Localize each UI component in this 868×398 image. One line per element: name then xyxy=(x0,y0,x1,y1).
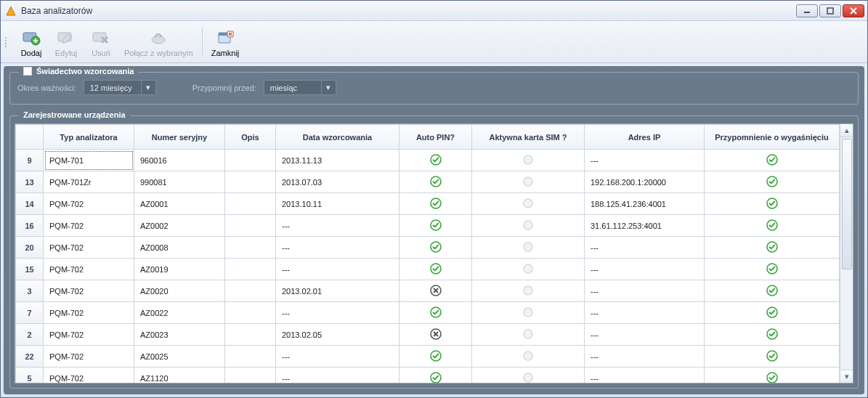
cell-date[interactable]: 2013.10.11 xyxy=(276,193,399,215)
cell-reminder[interactable] xyxy=(705,280,840,302)
cell-ip[interactable]: --- xyxy=(585,150,705,171)
cell-auto-pin[interactable] xyxy=(399,193,472,215)
col-pin[interactable]: Auto PIN? xyxy=(399,125,472,150)
cell-sim[interactable] xyxy=(472,259,585,280)
table-row[interactable]: 20PQM-702AZ0008------ xyxy=(16,237,840,259)
validity-select[interactable]: 12 miesięcy ▾ xyxy=(84,80,156,95)
cell-ip[interactable]: 31.61.112.253:4001 xyxy=(585,215,705,237)
close-window-button[interactable] xyxy=(843,4,864,17)
cell-auto-pin[interactable] xyxy=(399,150,472,171)
cell-auto-pin[interactable] xyxy=(399,346,472,367)
col-type[interactable]: Typ analizatora xyxy=(44,125,134,150)
connect-button[interactable]: Połącz z wybranym xyxy=(118,23,199,61)
cell-auto-pin[interactable] xyxy=(399,237,472,259)
cell-desc[interactable] xyxy=(225,324,276,346)
cell-reminder[interactable] xyxy=(705,193,840,215)
cell-type[interactable]: PQM-701 xyxy=(44,150,134,171)
cell-date[interactable]: 2013.11.13 xyxy=(276,150,399,171)
cell-type[interactable]: PQM-702 xyxy=(44,324,134,346)
table-row[interactable]: 22PQM-702AZ0025------ xyxy=(16,346,840,367)
cell-type[interactable]: PQM-702 xyxy=(44,280,134,302)
cell-desc[interactable] xyxy=(225,215,276,237)
devices-table[interactable]: Typ analizatora Numer seryjny Opis Data … xyxy=(15,124,840,383)
scroll-thumb[interactable] xyxy=(842,139,852,269)
cell-sim[interactable] xyxy=(472,150,585,171)
col-serial[interactable]: Numer seryjny xyxy=(134,125,225,150)
cell-reminder[interactable] xyxy=(705,215,840,237)
cell-reminder[interactable] xyxy=(705,237,840,259)
table-row[interactable]: 13PQM-701Zr9900812013.07.03192.168.200.1… xyxy=(16,171,840,193)
cell-type[interactable]: PQM-702 xyxy=(44,367,134,383)
cell-sim[interactable] xyxy=(472,346,585,367)
cell-reminder[interactable] xyxy=(705,324,840,346)
cell-reminder[interactable] xyxy=(705,367,840,383)
cell-reminder[interactable] xyxy=(705,302,840,324)
cell-ip[interactable]: --- xyxy=(585,237,705,259)
cell-serial[interactable]: AZ0022 xyxy=(134,302,225,324)
cell-sim[interactable] xyxy=(472,280,585,302)
vertical-scrollbar[interactable]: ▴ ▾ xyxy=(840,124,853,383)
cell-auto-pin[interactable] xyxy=(399,324,472,346)
calibration-enable-checkbox[interactable] xyxy=(23,67,32,76)
cell-sim[interactable] xyxy=(472,302,585,324)
cell-serial[interactable]: AZ0002 xyxy=(134,215,225,237)
cell-ip[interactable]: --- xyxy=(585,346,705,367)
delete-button[interactable]: Usuń xyxy=(84,23,118,61)
cell-desc[interactable] xyxy=(225,280,276,302)
cell-date[interactable]: 2013.02.05 xyxy=(276,324,399,346)
cell-sim[interactable] xyxy=(472,193,585,215)
col-desc[interactable]: Opis xyxy=(225,125,276,150)
cell-desc[interactable] xyxy=(225,150,276,171)
cell-desc[interactable] xyxy=(225,259,276,280)
cell-auto-pin[interactable] xyxy=(399,171,472,193)
cell-desc[interactable] xyxy=(225,302,276,324)
cell-auto-pin[interactable] xyxy=(399,215,472,237)
cell-sim[interactable] xyxy=(472,324,585,346)
cell-ip[interactable]: --- xyxy=(585,280,705,302)
col-ip[interactable]: Adres IP xyxy=(585,125,705,150)
cell-ip[interactable]: --- xyxy=(585,367,705,383)
cell-serial[interactable]: AZ0023 xyxy=(134,324,225,346)
cell-serial[interactable]: 960016 xyxy=(134,150,225,171)
remind-select[interactable]: miesiąc ▾ xyxy=(264,80,336,95)
cell-sim[interactable] xyxy=(472,237,585,259)
cell-auto-pin[interactable] xyxy=(399,280,472,302)
table-row[interactable]: 14PQM-702AZ00012013.10.11188.125.41.236:… xyxy=(16,193,840,215)
cell-type[interactable]: PQM-702 xyxy=(44,302,134,324)
cell-sim[interactable] xyxy=(472,215,585,237)
table-row[interactable]: 9PQM-7019600162013.11.13--- xyxy=(16,150,840,171)
cell-date[interactable]: 2013.07.03 xyxy=(276,171,399,193)
cell-ip[interactable]: --- xyxy=(585,324,705,346)
table-row[interactable]: 16PQM-702AZ0002---31.61.112.253:4001 xyxy=(16,215,840,237)
col-sim[interactable]: Aktywna karta SIM ? xyxy=(472,125,585,150)
cell-ip[interactable]: 188.125.41.236:4001 xyxy=(585,193,705,215)
cell-ip[interactable]: 192.168.200.1:20000 xyxy=(585,171,705,193)
cell-type[interactable]: PQM-702 xyxy=(44,193,134,215)
cell-type[interactable]: PQM-702 xyxy=(44,259,134,280)
cell-date[interactable]: --- xyxy=(276,237,399,259)
cell-serial[interactable]: AZ0025 xyxy=(134,346,225,367)
cell-reminder[interactable] xyxy=(705,171,840,193)
col-date[interactable]: Data wzorcowania xyxy=(276,125,399,150)
table-row[interactable]: 15PQM-702AZ0019------ xyxy=(16,259,840,280)
cell-serial[interactable]: AZ0020 xyxy=(134,280,225,302)
cell-date[interactable]: --- xyxy=(276,346,399,367)
cell-desc[interactable] xyxy=(225,237,276,259)
cell-serial[interactable]: AZ0019 xyxy=(134,259,225,280)
cell-date[interactable]: --- xyxy=(276,215,399,237)
cell-date[interactable]: 2013.02.01 xyxy=(276,280,399,302)
cell-desc[interactable] xyxy=(225,193,276,215)
cell-ip[interactable]: --- xyxy=(585,302,705,324)
scroll-down-button[interactable]: ▾ xyxy=(840,370,853,383)
cell-serial[interactable]: AZ0008 xyxy=(134,237,225,259)
cell-auto-pin[interactable] xyxy=(399,259,472,280)
scroll-up-button[interactable]: ▴ xyxy=(840,124,853,137)
cell-date[interactable]: --- xyxy=(276,367,399,383)
cell-reminder[interactable] xyxy=(705,346,840,367)
table-row[interactable]: 5PQM-702AZ1120------ xyxy=(16,367,840,383)
cell-type[interactable]: PQM-702 xyxy=(44,215,134,237)
cell-serial[interactable]: 990081 xyxy=(134,171,225,193)
col-reminder[interactable]: Przypomnienie o wygaśnięciu xyxy=(705,125,840,150)
maximize-button[interactable] xyxy=(819,4,841,17)
cell-date[interactable]: --- xyxy=(276,302,399,324)
